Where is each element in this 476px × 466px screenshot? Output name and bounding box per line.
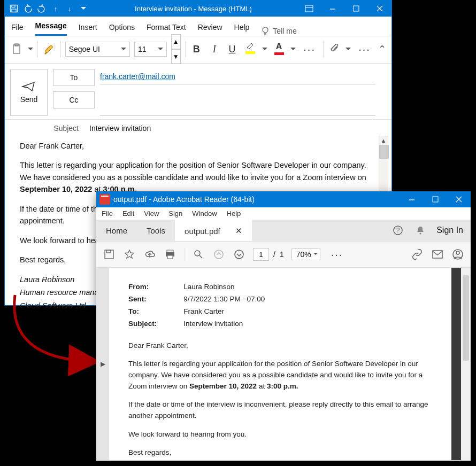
menu-message[interactable]: Message: [35, 18, 67, 36]
attach-dropdown-icon[interactable]: [346, 48, 351, 53]
paste-icon[interactable]: [10, 42, 24, 56]
highlight-icon: [245, 42, 255, 50]
meta-to-label: To:: [128, 306, 157, 317]
svg-rect-3: [305, 5, 313, 12]
mail-icon[interactable]: [431, 248, 444, 261]
pdf-scroll-thumb[interactable]: [463, 275, 469, 361]
font-shrink-button[interactable]: ▼: [171, 49, 181, 64]
font-color-dropdown-icon[interactable]: [290, 48, 296, 53]
bulb-icon: [261, 26, 270, 36]
font-size-select[interactable]: 11: [134, 42, 167, 57]
zoom-icon[interactable]: [192, 248, 205, 261]
menu-review[interactable]: Review: [198, 20, 222, 36]
ac-menu-edit[interactable]: Edit: [122, 209, 134, 218]
undo-icon[interactable]: [22, 3, 34, 14]
print-icon[interactable]: [164, 248, 176, 261]
ac-save-icon[interactable]: [103, 248, 116, 261]
svg-point-28: [195, 251, 200, 256]
nav-pane-toggle[interactable]: ▶: [96, 268, 109, 460]
pdf-p1: This letter is regarding your applicatio…: [128, 359, 432, 392]
bell-icon[interactable]: [414, 224, 427, 237]
maximize-button[interactable]: [344, 1, 368, 17]
zoom-select[interactable]: 70%: [291, 248, 320, 260]
bold-button[interactable]: B: [190, 42, 203, 56]
ribbon-mode-icon[interactable]: [297, 1, 321, 17]
cc-field[interactable]: [100, 100, 375, 116]
paste-dropdown-icon[interactable]: [28, 48, 33, 53]
minimize-button[interactable]: [321, 1, 344, 17]
ac-menu-window[interactable]: Window: [192, 209, 217, 218]
font-color-button[interactable]: A: [272, 42, 286, 57]
scroll-thumb[interactable]: [379, 145, 389, 159]
svg-text:?: ?: [396, 227, 400, 234]
svg-rect-1: [12, 5, 15, 7]
format-painter-icon[interactable]: [42, 42, 56, 56]
acrobat-close-button[interactable]: [447, 191, 471, 207]
window-controls: [297, 1, 391, 17]
ribbon-more-1[interactable]: ···: [300, 43, 319, 56]
pdf-greeting: Dear Frank Carter,: [128, 340, 432, 352]
page-down-icon[interactable]: [233, 248, 245, 261]
ribbon-more-2[interactable]: ···: [355, 43, 374, 56]
meta-subject-label: Subject:: [128, 319, 157, 330]
send-button[interactable]: Send: [10, 69, 48, 116]
attach-icon[interactable]: [328, 42, 341, 56]
close-button[interactable]: [368, 1, 391, 17]
signin-button[interactable]: Sign In: [436, 226, 463, 235]
menu-help[interactable]: Help: [234, 20, 250, 36]
toolbar-more[interactable]: ···: [328, 248, 347, 261]
underline-button[interactable]: U: [225, 42, 239, 56]
ac-menu-help[interactable]: Help: [227, 209, 241, 218]
subject-row: Subject Interview invitation: [5, 120, 391, 133]
svg-rect-32: [433, 251, 442, 258]
highlight-button[interactable]: [243, 42, 258, 57]
svg-point-34: [456, 251, 459, 254]
ribbon-collapse-icon[interactable]: ⌃: [378, 43, 386, 55]
font-grow-button[interactable]: ▲: [171, 34, 181, 49]
meta-sent-value: 9/7/2022 1:30 PM −07:00: [183, 294, 265, 305]
svg-rect-13: [15, 44, 18, 46]
save-icon[interactable]: [8, 3, 20, 14]
menu-file[interactable]: File: [11, 20, 24, 36]
ac-menu-file[interactable]: File: [102, 209, 113, 218]
subject-field[interactable]: Interview invitation: [89, 124, 151, 133]
pdf-p3: We look forward to hearing from you.: [128, 429, 432, 440]
highlight-dropdown-icon[interactable]: [262, 48, 267, 53]
pdf-scrollbar[interactable]: [461, 268, 471, 460]
tab-doc[interactable]: output.pdf✕: [175, 220, 252, 241]
meta-from-value: Laura Robinson: [183, 282, 265, 293]
page-nav: / 1: [253, 248, 284, 261]
ac-menu-sign[interactable]: Sign: [168, 209, 182, 218]
qat-dropdown-icon[interactable]: [78, 3, 89, 14]
tab-home[interactable]: Home: [96, 220, 137, 241]
tab-close-icon[interactable]: ✕: [235, 226, 242, 236]
acrobat-minimize-button[interactable]: [400, 191, 424, 207]
menu-insert[interactable]: Insert: [79, 20, 97, 36]
profile-icon[interactable]: [451, 248, 464, 261]
ribbon: Segoe UI 11 ▲ ▼ B I U A ··· ··· ⌃: [5, 36, 391, 64]
page-up-icon[interactable]: [212, 248, 225, 261]
svg-rect-16: [433, 197, 438, 202]
previous-icon[interactable]: ↑: [50, 3, 62, 14]
pdf-page[interactable]: From: Sent: To: Subject: Laura Robinson …: [109, 268, 451, 460]
to-field[interactable]: frank.carter@mail.com: [100, 69, 375, 84]
next-icon[interactable]: ↓: [64, 3, 75, 14]
tab-tools[interactable]: Tools: [137, 220, 175, 241]
menu-format[interactable]: Format Text: [147, 20, 186, 36]
ac-menu-view[interactable]: View: [144, 209, 159, 218]
scroll-up-icon[interactable]: ▲: [379, 136, 388, 145]
svg-rect-23: [106, 250, 111, 253]
to-button[interactable]: To: [53, 69, 95, 86]
link-share-icon[interactable]: [411, 248, 424, 261]
cc-button[interactable]: Cc: [53, 91, 95, 108]
help-icon[interactable]: ?: [391, 224, 404, 237]
acrobat-maximize-button[interactable]: [424, 191, 447, 207]
star-icon[interactable]: [123, 248, 136, 261]
tell-me-button[interactable]: Tell me: [261, 26, 296, 36]
page-input[interactable]: [253, 248, 269, 261]
cloud-icon[interactable]: [143, 248, 156, 261]
redo-icon[interactable]: [36, 3, 48, 14]
menu-options[interactable]: Options: [109, 20, 135, 36]
italic-button[interactable]: I: [208, 42, 221, 56]
font-select[interactable]: Segoe UI: [65, 42, 130, 57]
